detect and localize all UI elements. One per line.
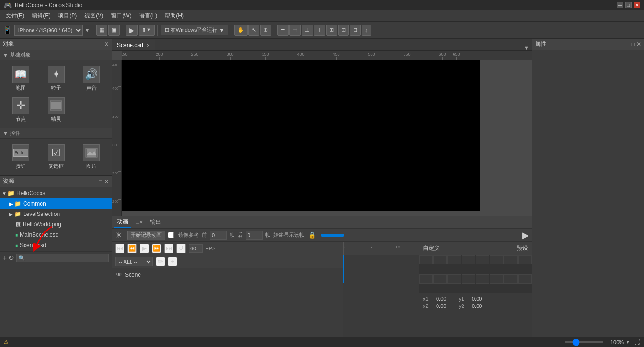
zoom-slider[interactable] bbox=[565, 341, 603, 343]
preset-cell-8[interactable] bbox=[518, 255, 532, 264]
align-btn-8[interactable]: ↕ bbox=[362, 25, 371, 36]
res-item-levelselection[interactable]: ▶ 📁 LevelSelection bbox=[0, 209, 112, 219]
move-tool[interactable]: ⊕ bbox=[260, 25, 271, 36]
view-btn-2[interactable]: ▣ bbox=[108, 25, 120, 36]
preset-cell-14[interactable] bbox=[490, 274, 504, 284]
after-value-input[interactable] bbox=[246, 231, 263, 240]
widget-sound[interactable]: 🔊 声音 bbox=[74, 64, 108, 93]
preset-cell-6[interactable] bbox=[490, 255, 504, 264]
track-add-btn[interactable]: + bbox=[168, 257, 177, 266]
align-btn-7[interactable]: ⊟ bbox=[350, 25, 361, 36]
tab-close-btn[interactable]: ✕ bbox=[146, 43, 150, 48]
res-item-helloworld[interactable]: 🖼 HelloWorld.png bbox=[0, 219, 112, 230]
minimize-btn[interactable]: — bbox=[617, 2, 623, 8]
anim-next-btn[interactable]: ⏩ bbox=[152, 244, 161, 253]
mirror-checkbox[interactable] bbox=[168, 232, 174, 238]
menu-edit[interactable]: 编辑(E) bbox=[28, 11, 54, 21]
tab-list-btn[interactable]: ▼ bbox=[524, 45, 529, 50]
preset-cell-10[interactable] bbox=[433, 274, 447, 284]
refresh-resource-btn[interactable]: ↻ bbox=[8, 254, 14, 262]
basic-objects-section[interactable]: ▼ 基础对象 bbox=[0, 50, 112, 60]
preset-cell-15[interactable] bbox=[504, 274, 518, 284]
resources-close-btn[interactable]: ✕ bbox=[104, 178, 109, 185]
device-dropdown[interactable]: ▼ bbox=[84, 27, 90, 33]
align-btn-6[interactable]: ⊡ bbox=[338, 25, 349, 36]
preset-cell-4[interactable] bbox=[462, 255, 475, 264]
hand-tool[interactable]: ✋ bbox=[234, 25, 248, 36]
playhead[interactable] bbox=[343, 255, 344, 283]
widget-button[interactable]: Button 按钮 bbox=[4, 142, 37, 172]
widget-checkbox[interactable]: ☑ 复选框 bbox=[39, 142, 73, 172]
widget-node[interactable]: ✛ 节点 bbox=[4, 95, 37, 124]
menu-language[interactable]: 语言(L) bbox=[135, 11, 161, 21]
tab-scene-csd[interactable]: Scene.csd ✕ bbox=[112, 40, 155, 50]
anim-play-right-btn[interactable]: ▶ bbox=[522, 230, 529, 240]
animation-tracks: ⏮ ⏪ ▶ ⏩ ⏭ ↺ FPS -- ALL -- ✏ + bbox=[112, 242, 343, 341]
fps-input[interactable] bbox=[189, 244, 203, 253]
props-close-btn[interactable]: ✕ bbox=[636, 41, 641, 48]
menu-view[interactable]: 视图(V) bbox=[81, 11, 107, 21]
align-btn-1[interactable]: ⊢ bbox=[277, 25, 289, 36]
res-item-common[interactable]: ▶ 📁 Common bbox=[0, 198, 112, 209]
preset-cell-3[interactable] bbox=[447, 255, 461, 264]
anim-first-btn[interactable]: ⏮ bbox=[115, 244, 124, 253]
preset-cell-16[interactable] bbox=[518, 274, 532, 284]
objects-panel-pin[interactable]: □ bbox=[99, 41, 102, 48]
anim-tab-close[interactable]: □✕ bbox=[136, 219, 143, 225]
widget-sprite[interactable]: 精灵 bbox=[39, 95, 73, 124]
scene-track-visibility[interactable]: 👁 bbox=[116, 271, 122, 278]
anim-last-btn[interactable]: ⏭ bbox=[164, 244, 173, 253]
track-filter-select[interactable]: -- ALL -- bbox=[115, 257, 153, 266]
record-animation-btn[interactable]: 开始记录动画 bbox=[127, 231, 165, 240]
align-btn-5[interactable]: ⊞ bbox=[326, 25, 337, 36]
play-button[interactable]: ▶ bbox=[126, 25, 138, 36]
resource-search-input[interactable] bbox=[16, 254, 109, 262]
anim-tab-output[interactable]: 输出 bbox=[147, 217, 164, 227]
res-item-mainscene[interactable]: ■ MainScene.csd bbox=[0, 230, 112, 240]
preset-cell-12[interactable] bbox=[462, 274, 475, 284]
widget-map[interactable]: 📖 地图 bbox=[4, 64, 37, 93]
zoom-dropdown-btn[interactable]: ▼ bbox=[626, 339, 630, 345]
preset-cell-11[interactable] bbox=[447, 274, 461, 284]
anim-loop-btn[interactable]: ↺ bbox=[176, 244, 186, 253]
add-resource-btn[interactable]: + bbox=[3, 254, 7, 262]
anim-tab-animation[interactable]: 动画 bbox=[114, 217, 131, 228]
anim-play-btn[interactable]: ▶ bbox=[140, 244, 149, 253]
anim-prev-btn[interactable]: ⏪ bbox=[127, 244, 137, 253]
menu-project[interactable]: 项目(P) bbox=[54, 11, 81, 21]
align-btn-2[interactable]: ⊣ bbox=[289, 25, 301, 36]
controls-section[interactable]: ▼ 控件 bbox=[0, 128, 112, 139]
preset-cell-7[interactable] bbox=[504, 255, 518, 264]
lock-icon[interactable]: 🔒 bbox=[308, 231, 316, 239]
preset-cell-13[interactable] bbox=[476, 274, 489, 284]
props-pin-btn[interactable]: □ bbox=[631, 41, 635, 48]
track-edit-btn[interactable]: ✏ bbox=[156, 257, 165, 266]
preset-cell-1[interactable] bbox=[419, 255, 433, 264]
upload-button[interactable]: ⬆▼ bbox=[139, 25, 155, 36]
widget-particle[interactable]: ✦ 粒子 bbox=[39, 64, 73, 93]
pointer-tool[interactable]: ↖ bbox=[248, 25, 259, 36]
timeline-content[interactable] bbox=[343, 255, 419, 283]
run-on-windows-button[interactable]: ⊞ 在Windows平台运行 ▼ bbox=[161, 25, 229, 35]
resources-pin-btn[interactable]: □ bbox=[99, 178, 102, 185]
objects-panel-close[interactable]: ✕ bbox=[104, 41, 109, 48]
menu-window[interactable]: 窗口(W) bbox=[107, 11, 135, 21]
before-value-input[interactable] bbox=[210, 231, 227, 240]
device-selector[interactable]: iPhone 4/4S(960 * 640) bbox=[14, 25, 83, 36]
animation-timeline[interactable]: 0 5 10 15 20 25 30 35 bbox=[343, 242, 419, 341]
res-item-scene[interactable]: ■ Scene.csd bbox=[0, 240, 112, 250]
maximize-btn[interactable]: □ bbox=[625, 2, 632, 8]
align-btn-4[interactable]: ⊤ bbox=[314, 25, 325, 36]
menu-help[interactable]: 帮助(H) bbox=[161, 11, 188, 21]
canvas-scroll[interactable] bbox=[122, 60, 532, 216]
align-btn-3[interactable]: ⊥ bbox=[302, 25, 313, 36]
preset-cell-5[interactable] bbox=[476, 255, 489, 264]
preset-cell-9[interactable] bbox=[419, 274, 433, 284]
res-item-hellococos[interactable]: ▼ 📁 HelloCocos bbox=[0, 188, 112, 198]
menu-file[interactable]: 文件(F) bbox=[2, 11, 28, 21]
widget-image[interactable]: 图片 bbox=[74, 142, 108, 172]
close-btn[interactable]: ✕ bbox=[634, 2, 640, 8]
preset-cell-2[interactable] bbox=[433, 255, 447, 264]
fullscreen-btn[interactable]: ⛶ bbox=[634, 339, 640, 346]
view-btn-1[interactable]: ▦ bbox=[96, 25, 107, 36]
